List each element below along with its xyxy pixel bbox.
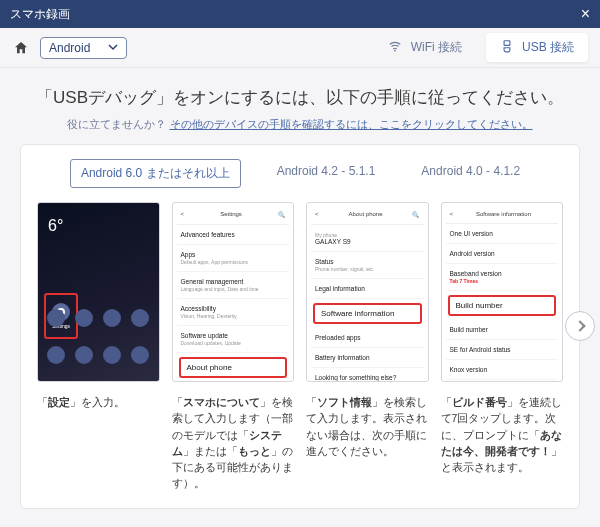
tab-android-6[interactable]: Android 6.0 またはそれ以上 xyxy=(70,159,241,188)
tab-android-4-0[interactable]: Android 4.0 - 4.1.2 xyxy=(411,159,530,188)
usb-icon xyxy=(500,39,514,56)
svg-rect-1 xyxy=(504,41,510,46)
wifi-label: WiFi 接続 xyxy=(411,39,462,56)
next-step-button[interactable] xyxy=(565,311,595,341)
wifi-icon xyxy=(387,39,403,56)
steps-row: 6° Settings 「設定」を入力。 <Settings🔍 xyxy=(37,202,563,492)
step-2-screenshot: <Settings🔍 Advanced features AppsDefault… xyxy=(172,202,295,382)
footer: 「USBデバッグ」をオンにしても続行できない場合は、デバイスを再接続して再試行し… xyxy=(0,517,600,527)
step-4: <Software information One UI version And… xyxy=(441,202,564,492)
chevron-right-icon xyxy=(574,321,585,332)
chevron-down-icon xyxy=(108,41,118,55)
instructions-card: Android 6.0 またはそれ以上 Android 4.2 - 5.1.1 … xyxy=(20,144,580,509)
main-content: 「USBデバッグ」をオンにするには、以下の手順に従ってください。 役に立てません… xyxy=(0,68,600,517)
step-4-screenshot: <Software information One UI version And… xyxy=(441,202,564,382)
step-3-caption: 「ソフト情報」を検索して入力します。表示されない場合は、次の手順に進んでください… xyxy=(306,394,429,459)
window-title: スマホ録画 xyxy=(10,6,70,23)
close-icon[interactable]: × xyxy=(581,5,590,23)
step-3-screenshot: <About phone🔍 My phoneGALAXY S9 StatusPh… xyxy=(306,202,429,382)
version-tabs: Android 6.0 またはそれ以上 Android 4.2 - 5.1.1 … xyxy=(37,159,563,188)
step-2-caption: 「スマホについて」を検索して入力します（一部のモデルでは「システム」または「もっ… xyxy=(172,394,295,492)
step-3: <About phone🔍 My phoneGALAXY S9 StatusPh… xyxy=(306,202,429,492)
svg-point-0 xyxy=(394,50,396,52)
device-dropdown[interactable]: Android xyxy=(40,37,127,59)
step-4-caption: 「ビルド番号」を連続して7回タップします。次に、プロンプトに「あなたは今、開発者… xyxy=(441,394,564,475)
home-icon[interactable] xyxy=(12,40,30,56)
titlebar: スマホ録画 × xyxy=(0,0,600,28)
toolbar: Android WiFi 接続 USB 接続 xyxy=(0,28,600,68)
step-1: 6° Settings 「設定」を入力。 xyxy=(37,202,160,492)
usb-label: USB 接続 xyxy=(522,39,574,56)
help-link[interactable]: その他のデバイスの手順を確認するには、ここをクリックしてください。 xyxy=(170,118,533,130)
page-title: 「USBデバッグ」をオンにするには、以下の手順に従ってください。 xyxy=(20,86,580,109)
help-prefix: 役に立てませんか？ xyxy=(67,118,166,130)
help-line: 役に立てませんか？ その他のデバイスの手順を確認するには、ここをクリックしてくだ… xyxy=(20,117,580,132)
device-dropdown-label: Android xyxy=(49,41,90,55)
usb-connect-button[interactable]: USB 接続 xyxy=(486,33,588,62)
step-1-caption: 「設定」を入力。 xyxy=(37,394,160,410)
step-1-screenshot: 6° Settings xyxy=(37,202,160,382)
step-2: <Settings🔍 Advanced features AppsDefault… xyxy=(172,202,295,492)
wifi-connect-button[interactable]: WiFi 接続 xyxy=(373,33,476,62)
tab-android-4-2[interactable]: Android 4.2 - 5.1.1 xyxy=(267,159,386,188)
